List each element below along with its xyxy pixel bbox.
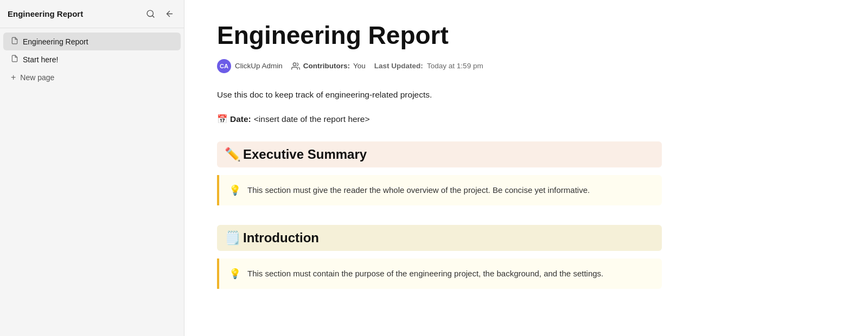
plus-icon: + [11,73,16,82]
search-button[interactable] [144,8,157,20]
search-icon [146,9,155,18]
sections-container: ✏️Executive Summary 💡 This section must … [217,141,835,289]
author-name: ClickUp Admin [235,62,283,70]
doc-title: Engineering Report [217,22,835,49]
section-title-introduction: Introduction [243,230,319,245]
collapse-sidebar-button[interactable] [163,8,176,20]
section-title-executive-summary: Executive Summary [243,147,367,162]
doc-meta: CA ClickUp Admin Contributors: You Last … [217,59,835,73]
callout-icon-introduction: 💡 [229,268,241,280]
doc-icon-2 [11,55,18,64]
author-avatar: CA [217,59,231,73]
svg-line-1 [152,16,154,17]
sidebar: Engineering Report Engineering Report [0,0,184,336]
section-emoji-introduction: 🗒️ [225,230,241,245]
last-updated-value: Today at 1:59 pm [427,62,483,70]
doc-date-line: 📅 Date: <insert date of the report here> [217,114,835,124]
sidebar-header: Engineering Report [0,0,184,28]
svg-point-3 [293,63,296,66]
callout-text-executive-summary: This section must give the reader the wh… [247,184,590,197]
sidebar-nav: Engineering Report Start here! + New pag… [0,28,184,336]
contributors-label: Contributors: [303,62,350,70]
sidebar-item-label-start-here: Start here! [23,55,58,64]
doc-icon-1 [11,37,18,46]
new-page-label: New page [20,73,54,82]
new-page-button[interactable]: + New page [3,68,181,87]
section-heading-executive-summary: ✏️Executive Summary [217,141,662,167]
author-initials: CA [220,63,228,69]
sidebar-icon-group [144,8,176,20]
section-introduction: 🗒️Introduction 💡 This section must conta… [217,225,835,289]
sidebar-item-engineering-report[interactable]: Engineering Report [3,33,181,50]
main-content: Engineering Report CA ClickUp Admin Cont… [184,0,868,336]
sidebar-title: Engineering Report [8,9,83,18]
date-label: Date: [230,114,251,124]
contributors-icon [291,62,300,70]
doc-description: Use this doc to keep track of engineerin… [217,88,835,102]
contributors-value: You [353,62,366,70]
callout-icon-executive-summary: 💡 [229,184,241,196]
date-emoji: 📅 [217,114,227,124]
last-updated: Last Updated: Today at 1:59 pm [374,62,483,70]
callout-text-introduction: This section must contain the purpose of… [247,267,603,280]
sidebar-item-start-here[interactable]: Start here! [3,50,181,68]
date-placeholder: <insert date of the report here> [254,114,370,124]
last-updated-label: Last Updated: [374,62,423,70]
collapse-icon [165,9,174,18]
section-emoji-executive-summary: ✏️ [225,147,241,162]
doc-contributors: Contributors: You [291,62,366,70]
callout-introduction: 💡 This section must contain the purpose … [217,259,662,289]
doc-author: CA ClickUp Admin [217,59,283,73]
sidebar-item-label-engineering-report: Engineering Report [23,37,88,46]
section-heading-introduction: 🗒️Introduction [217,225,662,251]
section-executive-summary: ✏️Executive Summary 💡 This section must … [217,141,835,205]
callout-executive-summary: 💡 This section must give the reader the … [217,175,662,205]
